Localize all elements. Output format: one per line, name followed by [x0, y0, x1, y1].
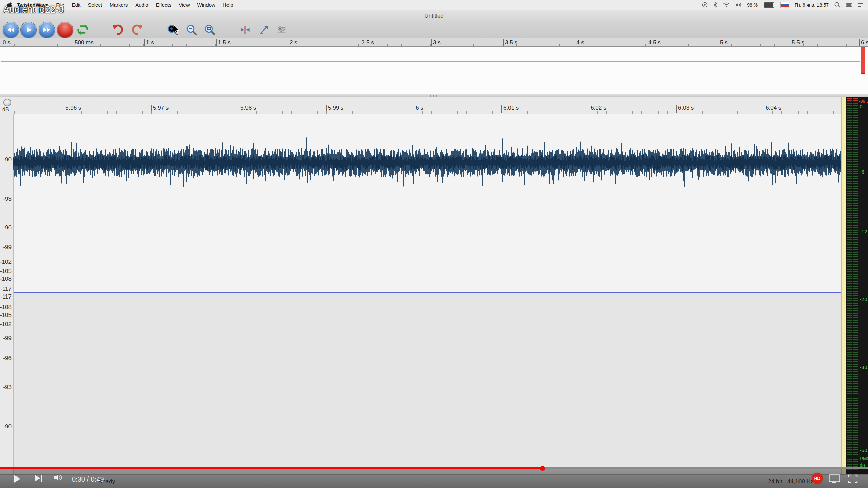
control-center-icon[interactable] [846, 3, 852, 7]
video-next-button[interactable] [35, 475, 40, 482]
zoom-fit-button[interactable] [202, 22, 217, 37]
menu-bar-status: 98 % Пт, 6 янв. 18:57 [702, 2, 868, 8]
overview-waveform-strip[interactable] [0, 47, 868, 94]
menu-item-help[interactable]: Help [219, 2, 237, 8]
zoom-out-icon [185, 24, 198, 36]
video-quality-badge[interactable]: HD [812, 473, 823, 484]
meter-mode-label[interactable]: RMS [860, 456, 868, 461]
mouse-cursor [172, 25, 180, 34]
menu-item-edit[interactable]: Edit [68, 2, 84, 8]
window-title-bar: Untitled [0, 10, 868, 21]
video-progress-bar[interactable] [0, 467, 868, 469]
ruler-tick-label: 5.96 s [64, 105, 81, 113]
wifi-icon[interactable] [723, 2, 730, 7]
level-meter: -89.3 0-6-12-20-30-60 RMS dB [846, 97, 868, 474]
menu-item-select[interactable]: Select [84, 2, 106, 8]
menu-datetime[interactable]: Пт, 6 янв. 18:57 [795, 2, 829, 8]
db-scale-label: -117 [0, 286, 12, 292]
vertical-zoom-button[interactable] [239, 23, 252, 36]
ruler-tick-label: 5 s [718, 39, 728, 46]
redo-icon [131, 23, 143, 36]
db-scale-gutter: -90-93-96-99-102-105-108-117-117-108-105… [0, 97, 13, 474]
fit-selection-button[interactable] [258, 23, 271, 36]
battery-icon [764, 2, 774, 8]
db-scale-label: -99 [0, 335, 12, 342]
display-settings-button[interactable] [275, 23, 288, 36]
fit-selection-icon [259, 25, 269, 35]
menu-item-view[interactable]: View [175, 2, 193, 8]
meter-scale-label: -6 [860, 169, 864, 175]
menu-item-window[interactable]: Window [193, 2, 219, 8]
fast-forward-button[interactable] [39, 22, 55, 38]
waveform-noise[interactable] [13, 119, 841, 207]
db-scale-label: -108 [0, 276, 12, 282]
fullscreen-icon[interactable] [848, 474, 858, 483]
russian-flag-icon[interactable] [780, 2, 789, 8]
splitter-handle-dots [430, 95, 431, 97]
ruler-tick-label: 6.03 s [676, 105, 694, 113]
toolbar: +0 dB 00'06"04800'00"000 ! [0, 21, 868, 38]
db-scale-label: -96 [0, 224, 12, 231]
video-duration: 0:49 [91, 475, 104, 483]
main-timeline-ruler[interactable]: 5.96 s5.97 s5.98 s5.99 s6 s6.01 s6.02 s6… [13, 104, 841, 114]
bluetooth-icon[interactable] [713, 2, 717, 8]
ruler-tick-label: 5.5 s [790, 39, 804, 46]
meter-peak-readout: -89.3 [859, 99, 868, 104]
ruler-tick-label: 1 s [144, 39, 154, 46]
notification-center-icon[interactable] [857, 3, 863, 7]
menu-item-markers[interactable]: Markers [106, 2, 132, 8]
meter-bar-left [847, 98, 852, 470]
ruler-tick-label: 5.99 s [326, 105, 343, 113]
rewind-button[interactable] [3, 22, 19, 38]
video-scrubber[interactable] [540, 466, 545, 471]
meter-scale-label: -60 [860, 448, 867, 453]
ruler-tick-label: 6.02 s [589, 105, 606, 113]
overview-waveform-line [1, 61, 860, 62]
rewind-icon [6, 25, 15, 34]
volume-icon[interactable] [735, 2, 741, 7]
menu-item-effects[interactable]: Effects [152, 2, 175, 8]
db-scale-label: -102 [0, 259, 12, 265]
spotlight-icon[interactable] [834, 2, 840, 8]
redo-button[interactable] [130, 22, 144, 37]
ruler-tick-label: 0 s [1, 39, 11, 46]
meter-scale-label: -30 [860, 365, 867, 370]
video-current-time: 0:30 [72, 475, 85, 483]
fast-forward-icon [42, 25, 51, 34]
db-scale-label: -105 [0, 268, 12, 275]
play-button[interactable] [20, 22, 37, 38]
loop-button[interactable] [75, 22, 90, 37]
screen-share-icon[interactable] [829, 474, 840, 483]
screen-mirroring-icon[interactable] [702, 2, 708, 8]
overview-view-indicator[interactable] [861, 47, 865, 74]
loop-icon [76, 23, 89, 36]
ruler-tick-label: 6 s [414, 105, 423, 113]
db-scale-label: -90 [0, 423, 12, 430]
menu-item-audio[interactable]: Audio [132, 2, 152, 8]
battery-percent-label: 98 % [747, 2, 758, 8]
overview-channel-divider [0, 74, 868, 74]
video-time-separator: / [85, 475, 91, 483]
overview-timeline-ruler[interactable]: 0 s500 ms1 s1.5 s2 s2.5 s3 s3.5 s4 s4.5 … [0, 38, 868, 47]
record-button[interactable] [57, 22, 73, 38]
zoom-out-button[interactable] [184, 22, 199, 37]
video-progress-played [0, 467, 542, 469]
db-scale-label: -105 [0, 312, 12, 319]
meter-scale-label: -20 [860, 297, 867, 302]
meter-peak-zone [853, 98, 858, 102]
video-volume-icon[interactable] [54, 473, 64, 482]
db-scale-label: -117 [0, 293, 12, 300]
video-player-controls: 0:30 / 0:49 HD [0, 467, 868, 488]
video-caption: Audient id22-3 [3, 4, 64, 15]
ruler-tick-label: 3.5 s [503, 39, 517, 46]
selection-cursor-strip[interactable] [841, 97, 846, 474]
video-time-display: 0:30 / 0:49 [72, 475, 104, 483]
window-title: Untitled [424, 13, 444, 19]
db-scale-label: -93 [0, 196, 12, 202]
video-play-button[interactable] [14, 475, 20, 483]
ruler-tick-label: 4.5 s [647, 39, 661, 46]
db-scale-label: -93 [0, 384, 12, 391]
ruler-tick-label: 4 s [575, 39, 584, 46]
db-scale-label: -102 [0, 321, 12, 328]
undo-button[interactable] [111, 22, 125, 37]
